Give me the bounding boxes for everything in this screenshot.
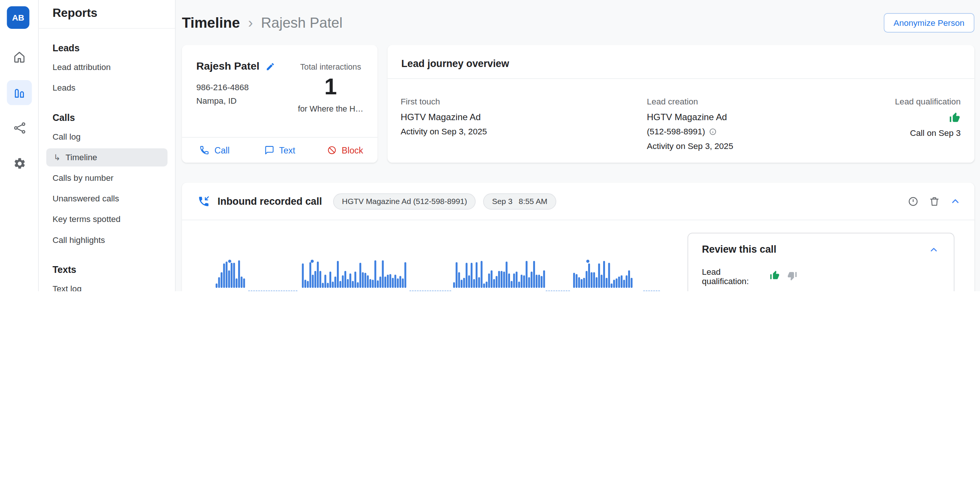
first-touch-label: First touch — [401, 97, 487, 106]
thumbs-up-icon — [895, 112, 961, 124]
call-card-header: Inbound recorded call HGTV Magazine Ad (… — [182, 183, 974, 220]
call-time: 8:55 AM — [519, 197, 547, 206]
chevron-right-icon: › — [248, 14, 253, 31]
sidebar-heading-calls: Calls — [39, 98, 175, 126]
sidebar-item-lead-attribution[interactable]: Lead attribution — [39, 57, 175, 77]
sidebar-title: Reports — [39, 0, 175, 29]
lead-creation-source: HGTV Magazine Ad — [647, 112, 733, 122]
nested-arrow-icon: ↳ — [54, 153, 60, 162]
sidebar-item-text-log[interactable]: Text log — [39, 278, 175, 291]
first-touch-source: HGTV Magazine Ad — [401, 112, 487, 122]
review-title: Review this call — [702, 244, 776, 255]
lead-creation-number: (512-598-8991) — [647, 127, 705, 136]
sidebar-item-call-log[interactable]: Call log — [39, 126, 175, 147]
qualify-thumbs-up-icon[interactable] — [770, 270, 780, 281]
person-location: Nampa, ID — [196, 96, 237, 105]
sidebar-item-calls-by-number[interactable]: Calls by number — [39, 168, 175, 188]
waveform-marker-dot — [311, 260, 314, 263]
breadcrumb: Timeline › Rajesh Patel — [182, 14, 342, 31]
review-collapse-icon[interactable] — [928, 243, 940, 255]
lead-journey-card: Lead journey overview First touch HGTV M… — [387, 45, 974, 163]
chat-bubble-icon — [264, 145, 274, 155]
review-call-panel: Review this call Lead qualification: — [687, 233, 955, 291]
breadcrumb-person: Rajesh Patel — [261, 14, 342, 31]
info-icon[interactable] — [709, 128, 717, 136]
lead-qualification-column: Lead qualification Call on Sep 3 — [895, 97, 961, 143]
phone-icon — [199, 145, 209, 155]
lead-qualification-result: Call on Sep 3 — [895, 128, 961, 138]
sidebar-item-timeline[interactable]: ↳ Timeline — [46, 148, 167, 166]
breadcrumb-timeline[interactable]: Timeline — [182, 14, 240, 31]
call-title: Inbound recorded call — [218, 195, 322, 207]
main-content: Timeline › Rajesh Patel Anonymize Person… — [176, 0, 980, 291]
waveform[interactable] — [216, 256, 661, 291]
journey-title: Lead journey overview — [387, 45, 974, 78]
person-name: Rajesh Patel — [196, 60, 259, 72]
waveform-marker-dot — [228, 260, 231, 263]
block-icon — [327, 145, 337, 155]
delete-trash-icon[interactable] — [928, 194, 942, 208]
sidebar-heading-leads: Leads — [39, 29, 175, 57]
settings-gear-icon[interactable] — [7, 151, 32, 176]
lead-creation-label: Lead creation — [647, 97, 733, 106]
sidebar-item-leads[interactable]: Leads — [39, 77, 175, 98]
first-touch-column: First touch HGTV Magazine Ad Activity on… — [401, 97, 487, 142]
person-card: Rajesh Patel 986-216-4868 Nampa, ID Tota… — [182, 45, 377, 163]
qualify-thumbs-down-icon[interactable] — [787, 270, 797, 281]
inbound-call-icon — [197, 195, 210, 208]
call-source-pill[interactable]: HGTV Magazine Ad (512-598-8991) — [333, 193, 476, 209]
app-window: AB Reports Leads Lead attribution Leads … — [0, 0, 980, 291]
integrations-icon[interactable] — [7, 115, 32, 141]
recorded-call-card: Inbound recorded call HGTV Magazine Ad (… — [182, 183, 974, 291]
person-actions: Call Text Block — [182, 137, 377, 163]
total-interactions: Total interactions 1 for Where the H… — [293, 62, 369, 113]
call-datetime-pill[interactable]: Sep 3 8:55 AM — [484, 193, 556, 209]
waveform-marker-dot — [586, 260, 589, 263]
total-interactions-sub: for Where the H… — [293, 104, 369, 113]
reports-sidebar: Reports Leads Lead attribution Leads Cal… — [39, 0, 176, 291]
avatar[interactable]: AB — [7, 6, 29, 29]
collapse-chevron-up-icon[interactable] — [948, 195, 962, 208]
lead-creation-column: Lead creation HGTV Magazine Ad (512-598-… — [647, 97, 733, 156]
text-button[interactable]: Text — [247, 138, 312, 163]
sidebar-item-unanswered-calls[interactable]: Unanswered calls — [39, 188, 175, 209]
lead-creation-activity: Activity on Sep 3, 2025 — [647, 142, 733, 151]
edit-pencil-icon[interactable] — [266, 62, 275, 71]
icon-rail: AB — [0, 0, 39, 291]
sidebar-item-key-terms-spotted[interactable]: Key terms spotted — [39, 209, 175, 230]
call-date: Sep 3 — [492, 197, 512, 206]
total-interactions-value: 1 — [293, 74, 369, 100]
sidebar-item-call-highlights[interactable]: Call highlights — [39, 230, 175, 250]
page-header: Timeline › Rajesh Patel Anonymize Person — [182, 0, 974, 45]
anonymize-person-button[interactable]: Anonymize Person — [883, 13, 974, 32]
lead-qualification-label: Lead qualification — [895, 97, 961, 106]
reports-icon[interactable] — [7, 80, 32, 105]
qualification-label: Lead qualification: — [702, 265, 770, 286]
block-button[interactable]: Block — [312, 138, 377, 163]
report-problem-icon[interactable] — [906, 194, 920, 208]
home-icon[interactable] — [7, 45, 32, 70]
total-interactions-label: Total interactions — [293, 62, 369, 71]
call-button[interactable]: Call — [182, 138, 247, 163]
sidebar-heading-texts: Texts — [39, 251, 175, 278]
first-touch-activity: Activity on Sep 3, 2025 — [401, 127, 487, 136]
person-phone: 986-216-4868 — [196, 83, 249, 92]
